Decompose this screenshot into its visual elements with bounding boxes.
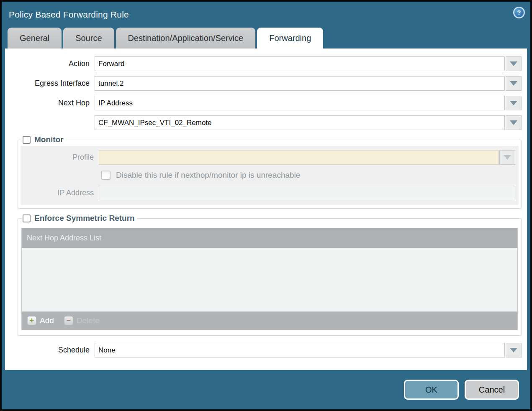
- tab-bar: General Source Destination/Application/S…: [2, 28, 530, 49]
- chevron-down-icon: [510, 348, 517, 352]
- monitor-checkbox[interactable]: [23, 136, 31, 144]
- next-hop-row: Next Hop: [18, 96, 522, 110]
- add-button[interactable]: + Add: [27, 316, 54, 325]
- monitor-legend: Monitor: [22, 135, 67, 144]
- tab-forwarding[interactable]: Forwarding: [257, 28, 323, 49]
- action-row: Action: [18, 56, 522, 71]
- profile-label: Profile: [24, 153, 99, 162]
- table-header: Next Hop Address List: [22, 228, 517, 248]
- symmetric-return-legend-label: Enforce Symmetric Return: [34, 214, 135, 223]
- schedule-dropdown-button[interactable]: [506, 343, 522, 357]
- delete-icon: −: [64, 316, 73, 325]
- action-input[interactable]: [95, 56, 505, 71]
- action-label: Action: [18, 59, 95, 68]
- question-mark-icon: ?: [514, 8, 524, 18]
- dialog-titlebar: Policy Based Forwarding Rule ?: [2, 2, 530, 28]
- policy-based-forwarding-dialog: Policy Based Forwarding Rule ? General S…: [2, 2, 530, 409]
- chevron-down-icon: [504, 155, 511, 160]
- ok-button[interactable]: OK: [404, 380, 459, 400]
- monitor-ip-address-row: IP Address: [24, 186, 515, 200]
- monitor-legend-label: Monitor: [34, 135, 64, 144]
- egress-interface-label: Egress Interface: [18, 79, 95, 88]
- profile-dropdown-button: [499, 150, 515, 165]
- action-dropdown-button[interactable]: [506, 56, 522, 71]
- dialog-footer: OK Cancel: [2, 370, 530, 409]
- next-hop-type-dropdown-button[interactable]: [506, 96, 522, 110]
- next-hop-address-list-table: Next Hop Address List + Add −: [21, 228, 518, 330]
- chevron-down-icon: [510, 81, 517, 86]
- chevron-down-icon: [510, 61, 517, 66]
- delete-button-label: Delete: [77, 316, 100, 325]
- tab-source[interactable]: Source: [63, 28, 114, 49]
- disable-rule-row: Disable this rule if nexthop/monitor ip …: [101, 171, 515, 180]
- chevron-down-icon: [510, 120, 517, 125]
- schedule-input[interactable]: [95, 343, 505, 357]
- next-hop-label: Next Hop: [18, 99, 95, 107]
- tab-general[interactable]: General: [8, 28, 62, 49]
- add-button-label: Add: [40, 316, 54, 325]
- screenshot-frame: Policy Based Forwarding Rule ? General S…: [0, 0, 532, 411]
- monitor-ip-address-label: IP Address: [24, 189, 99, 197]
- profile-row: Profile: [24, 150, 515, 165]
- egress-interface-dropdown-button[interactable]: [506, 76, 522, 91]
- dialog-title: Policy Based Forwarding Rule: [9, 10, 129, 20]
- symmetric-return-checkbox[interactable]: [23, 214, 31, 222]
- egress-interface-row: Egress Interface: [18, 76, 522, 91]
- next-hop-address-input[interactable]: [95, 115, 505, 130]
- next-hop-address-dropdown-button[interactable]: [506, 115, 522, 130]
- table-body[interactable]: [22, 248, 517, 311]
- monitor-ip-address-input: [99, 186, 515, 200]
- table-footer: + Add − Delete: [22, 311, 517, 330]
- cancel-button[interactable]: Cancel: [465, 380, 519, 400]
- egress-interface-input[interactable]: [95, 76, 505, 91]
- schedule-label: Schedule: [18, 346, 95, 355]
- symmetric-return-legend: Enforce Symmetric Return: [22, 214, 138, 223]
- monitor-fieldset: Monitor Profile Disable: [18, 135, 522, 209]
- delete-button[interactable]: − Delete: [64, 316, 100, 325]
- add-icon: +: [27, 316, 36, 325]
- disable-rule-checkbox: [101, 171, 111, 180]
- symmetric-return-fieldset: Enforce Symmetric Return Next Hop Addres…: [18, 214, 522, 336]
- help-icon[interactable]: ?: [513, 7, 525, 18]
- next-hop-type-input[interactable]: [95, 96, 505, 110]
- chevron-down-icon: [510, 101, 517, 105]
- forwarding-tab-panel: Action Egress Interface Ne: [5, 49, 527, 370]
- profile-input: [99, 150, 499, 165]
- table-header-label: Next Hop Address List: [27, 234, 101, 243]
- disable-rule-label: Disable this rule if nexthop/monitor ip …: [116, 171, 300, 180]
- tab-destination-application-service[interactable]: Destination/Application/Service: [116, 28, 256, 49]
- schedule-row: Schedule: [18, 343, 522, 357]
- next-hop-address-row: [18, 115, 522, 130]
- monitor-panel: Profile Disable this rule if nexthop/mon…: [21, 146, 519, 205]
